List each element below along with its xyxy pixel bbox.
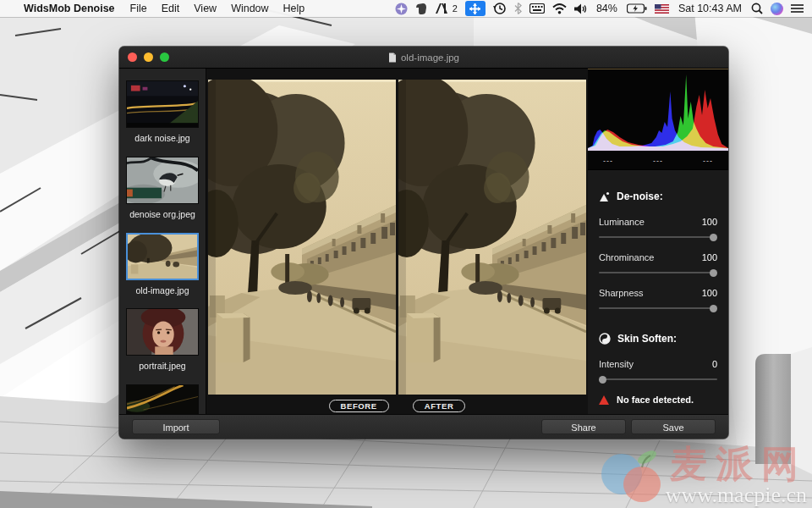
luminance-label: Luminance xyxy=(599,217,645,227)
sharpness-slider-handle[interactable] xyxy=(710,305,717,312)
time-machine-menu-icon[interactable] xyxy=(493,2,507,15)
chrominance-slider-handle[interactable] xyxy=(710,269,717,277)
thumbnail-denoise-org[interactable] xyxy=(126,157,199,204)
sidebar-label: dark noise.jpg xyxy=(134,132,189,146)
sharpness-label: Sharpness xyxy=(599,288,644,298)
luminance-slider[interactable] xyxy=(599,236,717,238)
adjustment-panel: --- --- --- De-noise: Luminance 100 xyxy=(588,69,728,414)
sharpness-value: 100 xyxy=(702,288,717,298)
adobe-menu-icon[interactable] xyxy=(435,2,448,15)
sharpness-slider[interactable] xyxy=(599,307,717,309)
menu-help[interactable]: Help xyxy=(283,3,305,14)
skin-soften-icon xyxy=(599,333,611,345)
document-icon xyxy=(388,52,397,63)
before-image xyxy=(208,80,396,395)
app-window: old-image.jpg xyxy=(119,47,728,439)
battery-icon[interactable] xyxy=(627,2,647,15)
image-list-sidebar: dark noise.jpg xyxy=(119,69,206,414)
before-button[interactable]: BEFORE xyxy=(329,400,389,412)
spotlight-search-icon[interactable] xyxy=(751,2,763,15)
denoise-section-title: De-noise: xyxy=(617,190,663,202)
tick-left: --- xyxy=(603,157,613,165)
intensity-value: 0 xyxy=(712,359,717,369)
luminance-slider-handle[interactable] xyxy=(710,234,717,241)
after-button[interactable]: AFTER xyxy=(413,400,466,412)
luminance-group: Luminance 100 xyxy=(599,217,717,238)
tick-right: --- xyxy=(703,157,713,165)
chrominance-value: 100 xyxy=(702,252,717,262)
image-viewer: BEFORE AFTER xyxy=(206,69,588,414)
histogram xyxy=(588,69,728,152)
menu-bar: WidsMob Denoise File Edit View Window He… xyxy=(0,0,812,17)
wifi-menu-icon[interactable] xyxy=(552,2,567,15)
share-button[interactable]: Share xyxy=(541,419,626,434)
thumbnail-old-image-selected[interactable] xyxy=(126,233,199,280)
us-flag-icon[interactable] xyxy=(655,2,669,15)
sidebar-label: old-image.jpg xyxy=(135,284,189,298)
after-image xyxy=(398,80,586,395)
sidebar-item-old-image[interactable]: old-image.jpg xyxy=(119,233,206,298)
window-title: old-image.jpg xyxy=(401,52,459,63)
thumbnail-portrait[interactable] xyxy=(126,308,199,356)
intensity-slider-handle[interactable] xyxy=(599,376,606,384)
sidebar-item-partial[interactable] xyxy=(119,384,206,414)
sidebar-label: denoise org.jpeg xyxy=(129,208,195,222)
histogram-ticks: --- --- --- xyxy=(588,152,728,170)
siri-icon[interactable] xyxy=(771,3,783,15)
chrominance-group: Chrominance 100 xyxy=(599,252,717,273)
menu-file[interactable]: File xyxy=(130,3,147,14)
volume-menu-icon[interactable] xyxy=(574,2,587,15)
no-face-warning: No face detected. xyxy=(617,395,694,405)
intensity-group: Intensity 0 xyxy=(599,359,717,380)
footer-toolbar: Import Share Save xyxy=(119,414,728,439)
before-after-panels xyxy=(208,80,586,395)
intensity-slider[interactable] xyxy=(599,378,717,380)
app-menu-title[interactable]: WidsMob Denoise xyxy=(24,3,115,14)
adobe-badge-count: 2 xyxy=(453,3,458,14)
skin-soften-section-title: Skin Soften: xyxy=(617,333,677,345)
save-button[interactable]: Save xyxy=(631,419,716,434)
sidebar-label: portrait.jpeg xyxy=(139,360,185,373)
menu-window[interactable]: Window xyxy=(231,3,268,14)
sharpness-group: Sharpness 100 xyxy=(599,288,717,309)
sidebar-item-portrait[interactable]: portrait.jpeg xyxy=(119,308,206,373)
intensity-label: Intensity xyxy=(599,359,634,369)
notification-center-icon[interactable] xyxy=(791,2,804,15)
menu-view[interactable]: View xyxy=(194,3,217,14)
thumbnail-partial[interactable] xyxy=(126,384,199,414)
sidebar-item-denoise-org[interactable]: denoise org.jpeg xyxy=(119,157,206,222)
window-titlebar[interactable]: old-image.jpg xyxy=(119,47,728,69)
menu-clock[interactable]: Sat 10:43 AM xyxy=(678,3,742,14)
warning-triangle-icon xyxy=(599,395,609,405)
import-button[interactable]: Import xyxy=(132,419,220,434)
compass-menu-icon[interactable] xyxy=(395,2,408,15)
chrominance-slider[interactable] xyxy=(599,272,717,273)
keyboard-menu-icon[interactable] xyxy=(529,2,545,15)
sidebar-item-dark-noise[interactable]: dark noise.jpg xyxy=(119,80,206,146)
evernote-menu-icon[interactable] xyxy=(415,2,427,15)
battery-percent-label: 84% xyxy=(596,3,617,14)
denoise-icon xyxy=(599,191,610,202)
thumbnail-dark-noise[interactable] xyxy=(126,80,199,128)
tick-center: --- xyxy=(653,157,663,165)
menu-edit[interactable]: Edit xyxy=(162,3,180,14)
luminance-value: 100 xyxy=(702,217,717,227)
chrominance-label: Chrominance xyxy=(599,252,654,262)
bluetooth-menu-icon[interactable] xyxy=(514,2,522,15)
crosshair-menu-icon[interactable] xyxy=(465,1,486,16)
